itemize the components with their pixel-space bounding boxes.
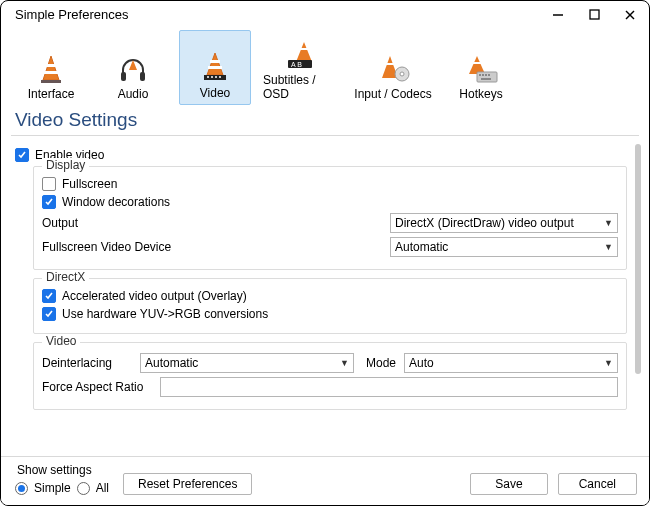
svg-rect-30 (479, 74, 481, 76)
svg-rect-20 (299, 48, 309, 50)
tab-video[interactable]: Video (179, 30, 251, 105)
window-decorations-checkbox[interactable] (42, 195, 56, 209)
tab-label: Interface (28, 87, 75, 101)
mode-label: Mode (362, 356, 396, 370)
bottom-bar: Show settings Simple All Reset Preferenc… (1, 456, 649, 505)
settings-panel: Enable video Display Fullscreen Window d… (1, 136, 649, 426)
show-settings-label: Show settings (17, 463, 109, 477)
radio-all[interactable] (77, 482, 90, 495)
mode-value: Auto (409, 356, 434, 370)
page-title: Video Settings (1, 107, 649, 135)
svg-point-18 (219, 76, 221, 78)
radio-simple-label: Simple (34, 481, 71, 495)
deinterlacing-label: Deinterlacing (42, 356, 132, 370)
svg-rect-32 (485, 74, 487, 76)
display-legend: Display (42, 158, 89, 172)
svg-marker-19 (296, 42, 312, 62)
window-title: Simple Preferences (15, 7, 128, 22)
chevron-down-icon: ▼ (604, 242, 613, 252)
headphones-icon (117, 50, 149, 84)
svg-point-26 (400, 72, 404, 76)
svg-point-15 (207, 76, 209, 78)
tab-label: Subtitles / OSD (263, 73, 339, 101)
fs-device-label: Fullscreen Video Device (42, 240, 382, 254)
yuv-label: Use hardware YUV->RGB conversions (62, 307, 268, 321)
svg-rect-29 (477, 72, 497, 82)
deinterlacing-value: Automatic (145, 356, 198, 370)
svg-rect-24 (385, 63, 395, 65)
maximize-button[interactable] (587, 8, 601, 22)
fullscreen-checkbox[interactable] (42, 177, 56, 191)
mode-select[interactable]: Auto ▼ (404, 353, 618, 373)
svg-point-17 (215, 76, 217, 78)
radio-all-label: All (96, 481, 109, 495)
tab-label: Audio (118, 87, 149, 101)
svg-rect-12 (210, 60, 220, 63)
window-decorations-label: Window decorations (62, 195, 170, 209)
svg-rect-7 (41, 80, 61, 83)
accel-output-label: Accelerated video output (Overlay) (62, 289, 247, 303)
yuv-checkbox[interactable] (42, 307, 56, 321)
svg-marker-4 (43, 56, 59, 80)
svg-rect-9 (140, 72, 145, 81)
window-controls (551, 8, 637, 22)
video-legend: Video (42, 334, 80, 348)
svg-text:A B: A B (291, 61, 302, 68)
close-button[interactable] (623, 8, 637, 22)
directx-fieldset: DirectX Accelerated video output (Overla… (33, 278, 627, 334)
svg-rect-8 (121, 72, 126, 81)
fs-device-value: Automatic (395, 240, 448, 254)
svg-point-16 (211, 76, 213, 78)
chevron-down-icon: ▼ (604, 218, 613, 228)
enable-video-checkbox[interactable] (15, 148, 29, 162)
display-fieldset: Display Fullscreen Window decorations Ou… (33, 166, 627, 270)
cone-caption-icon: A B (284, 36, 318, 70)
deinterlacing-select[interactable]: Automatic ▼ (140, 353, 354, 373)
svg-rect-6 (44, 71, 58, 74)
radio-simple[interactable] (15, 482, 28, 495)
save-button[interactable]: Save (470, 473, 547, 495)
svg-marker-27 (469, 56, 485, 74)
chevron-down-icon: ▼ (604, 358, 613, 368)
cone-icon (37, 50, 65, 84)
chevron-down-icon: ▼ (340, 358, 349, 368)
svg-rect-33 (488, 74, 490, 76)
tab-subtitles[interactable]: A B Subtitles / OSD (261, 30, 341, 105)
tab-label: Hotkeys (459, 87, 502, 101)
svg-rect-13 (208, 66, 222, 69)
svg-rect-28 (472, 62, 482, 64)
tab-audio[interactable]: Audio (97, 30, 169, 105)
cancel-button[interactable]: Cancel (558, 473, 637, 495)
tab-label: Video (200, 86, 230, 100)
svg-marker-10 (129, 60, 137, 70)
fs-device-select[interactable]: Automatic ▼ (390, 237, 618, 257)
output-label: Output (42, 216, 382, 230)
cone-keyboard-icon (463, 50, 499, 84)
titlebar: Simple Preferences (1, 1, 649, 26)
svg-rect-5 (46, 64, 56, 67)
show-settings-group: Show settings Simple All (15, 463, 109, 495)
directx-legend: DirectX (42, 270, 89, 284)
cone-disc-icon (376, 50, 410, 84)
svg-marker-11 (207, 53, 223, 75)
svg-rect-34 (481, 78, 491, 80)
tab-codecs[interactable]: Input / Codecs (351, 30, 435, 105)
output-value: DirectX (DirectDraw) video output (395, 216, 574, 230)
category-tabs: Interface Audio Video A B Subtitles / OS… (1, 26, 649, 107)
scrollbar-thumb[interactable] (635, 144, 641, 374)
video-fieldset: Video Deinterlacing Automatic ▼ Mode Aut… (33, 342, 627, 410)
force-ar-label: Force Aspect Ratio (42, 380, 152, 394)
cone-film-icon (198, 49, 232, 83)
reset-preferences-button[interactable]: Reset Preferences (123, 473, 252, 495)
fullscreen-label: Fullscreen (62, 177, 117, 191)
force-ar-input[interactable] (160, 377, 618, 397)
minimize-button[interactable] (551, 8, 565, 22)
svg-rect-1 (590, 10, 599, 19)
scrollbar[interactable] (635, 144, 641, 452)
output-select[interactable]: DirectX (DirectDraw) video output ▼ (390, 213, 618, 233)
tab-label: Input / Codecs (354, 87, 431, 101)
tab-interface[interactable]: Interface (15, 30, 87, 105)
svg-rect-31 (482, 74, 484, 76)
accel-output-checkbox[interactable] (42, 289, 56, 303)
tab-hotkeys[interactable]: Hotkeys (445, 30, 517, 105)
